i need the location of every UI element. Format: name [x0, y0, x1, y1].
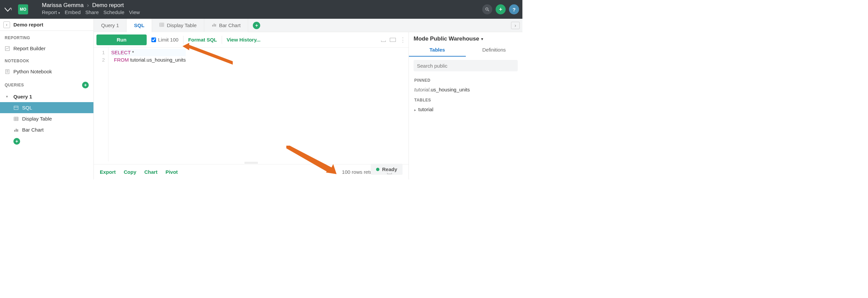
export-link[interactable]: Export	[100, 169, 116, 175]
datasource-selector[interactable]: Mode Public Warehouse ▾	[409, 32, 522, 43]
svg-rect-1	[11, 9, 12, 10]
add-tab-button[interactable]: +	[253, 22, 260, 29]
svg-rect-9	[14, 106, 18, 109]
plus-icon: +	[13, 138, 20, 145]
sidebar-item-report-builder[interactable]: Report Builder	[0, 43, 93, 54]
breadcrumbs: Marissa Gemma › Demo report	[42, 2, 124, 9]
chevron-down-icon: ▾	[481, 37, 483, 41]
run-button[interactable]: Run	[96, 34, 147, 45]
sidebar-item-query1[interactable]: ▾ Query 1	[0, 91, 93, 102]
schema-tab-tables[interactable]: Tables	[409, 43, 466, 57]
sidebar-item-display-table[interactable]: Display Table	[0, 113, 93, 124]
app-logo-icon[interactable]	[3, 5, 12, 14]
pinned-section: PINNED	[409, 75, 522, 85]
tab-label: SQL	[134, 23, 144, 28]
tables-section: TABLES	[409, 94, 522, 104]
section-notebook: NOTEBOOK	[0, 54, 93, 66]
minimize-icon[interactable]	[387, 173, 392, 174]
sidebar: ‹ Demo report REPORTING Report Builder N…	[0, 19, 94, 179]
resize-handle[interactable]	[94, 161, 408, 164]
new-button[interactable]: +	[496, 4, 506, 14]
sidebar-title: Demo report	[13, 22, 43, 28]
sql-editor-pane: Run Limit 100 Format SQL View History...	[94, 32, 408, 179]
chart-area-icon	[5, 46, 10, 51]
svg-rect-19	[160, 23, 164, 27]
svg-rect-25	[214, 24, 215, 27]
minimize-icon[interactable]	[381, 40, 386, 42]
back-icon[interactable]: ‹	[3, 22, 10, 28]
copy-link[interactable]: Copy	[124, 169, 136, 175]
schema-name: tutorial	[418, 106, 433, 112]
schema-tab-definitions[interactable]: Definitions	[466, 43, 523, 57]
menu-embed[interactable]: Embed	[65, 9, 81, 15]
tab-bar-chart[interactable]: Bar Chart	[204, 19, 248, 32]
schema-search-input[interactable]	[413, 60, 518, 71]
sidebar-item-label: Query 1	[13, 94, 32, 99]
editor-toolbar: Run Limit 100 Format SQL View History...	[94, 32, 408, 47]
code-text: tutorial.us_housing_units	[129, 57, 186, 63]
header-menus: Report ▾ Embed Share Schedule View	[42, 9, 140, 15]
more-menu-icon[interactable]: ⋮	[400, 36, 406, 43]
svg-rect-17	[16, 129, 17, 132]
tab-label: Bar Chart	[219, 23, 241, 28]
menu-share[interactable]: Share	[85, 9, 99, 15]
table-icon	[13, 116, 19, 122]
svg-rect-16	[14, 130, 16, 132]
divider	[222, 36, 222, 44]
collapse-right-icon[interactable]: ›	[511, 22, 520, 29]
section-reporting: REPORTING	[0, 31, 93, 43]
main: Query 1 SQL Display Table Bar Chart	[94, 19, 522, 179]
tab-sql[interactable]: SQL	[127, 19, 152, 32]
limit-label: Limit 100	[158, 37, 179, 42]
sidebar-item-python-notebook[interactable]: Python Notebook	[0, 66, 93, 77]
breadcrumb-user[interactable]: Marissa Gemma	[42, 2, 84, 9]
line-gutter: 12	[94, 47, 108, 161]
limit-checkbox[interactable]: Limit 100	[151, 37, 179, 42]
datasource-label: Mode Public Warehouse	[413, 35, 479, 42]
format-sql-link[interactable]: Format SQL	[188, 37, 217, 42]
schema-tree-item[interactable]: ▸tutorial	[409, 104, 522, 114]
svg-rect-0	[11, 8, 12, 9]
sidebar-item-label: Bar Chart	[22, 127, 43, 133]
code-keyword: FROM	[114, 57, 129, 63]
tab-query1[interactable]: Query 1	[94, 19, 127, 32]
bar-chart-icon	[212, 23, 216, 28]
bar-chart-icon	[13, 127, 19, 133]
sql-icon	[13, 105, 19, 110]
tab-display-table[interactable]: Display Table	[152, 19, 204, 32]
maximize-icon[interactable]	[390, 38, 396, 42]
svg-line-3	[488, 10, 489, 11]
add-query-button[interactable]: +	[82, 82, 89, 89]
search-icon[interactable]	[482, 4, 492, 14]
pivot-link[interactable]: Pivot	[165, 169, 178, 175]
sidebar-item-label: SQL	[22, 105, 32, 110]
menu-report[interactable]: Report ▾	[42, 9, 60, 15]
menu-view[interactable]: View	[129, 9, 140, 15]
svg-rect-26	[215, 24, 216, 27]
sidebar-item-bar-chart[interactable]: Bar Chart	[0, 124, 93, 135]
schema-name: tutorial	[414, 87, 429, 92]
chart-link[interactable]: Chart	[144, 169, 157, 175]
breadcrumb-report[interactable]: Demo report	[92, 2, 124, 9]
chevron-right-icon: ›	[87, 2, 89, 9]
divider	[183, 36, 184, 44]
limit-checkbox-input[interactable]	[151, 37, 156, 42]
user-avatar[interactable]: MO	[18, 4, 28, 14]
topbar: MO Marissa Gemma › Demo report Report ▾ …	[0, 0, 522, 19]
status-label: Ready	[382, 166, 397, 172]
tab-label: Display Table	[167, 23, 196, 28]
sidebar-item-sql[interactable]: SQL	[0, 102, 93, 113]
sidebar-add-visualization[interactable]: +	[0, 135, 93, 147]
pinned-table-item[interactable]: tutorial.us_housing_units	[409, 85, 522, 94]
svg-rect-18	[18, 129, 19, 132]
status-badge: Ready	[371, 164, 403, 175]
svg-rect-24	[212, 25, 213, 27]
disclosure-down-icon[interactable]: ▾	[6, 94, 10, 99]
disclosure-right-icon[interactable]: ▸	[414, 108, 416, 112]
help-button[interactable]: ?	[509, 4, 519, 14]
menu-schedule[interactable]: Schedule	[103, 9, 125, 15]
view-history-link[interactable]: View History...	[227, 37, 260, 42]
status-dot-icon	[376, 168, 379, 171]
svg-rect-11	[14, 117, 18, 121]
code-editor[interactable]: 12 SELECT * FROM tutorial.us_housing_uni…	[94, 47, 408, 161]
